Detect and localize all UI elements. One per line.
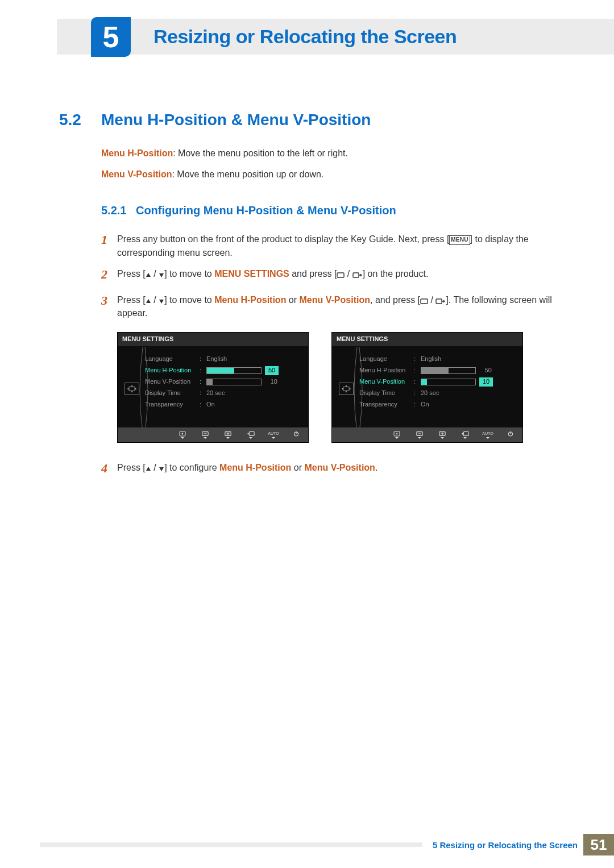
osd-row-language: Language:English bbox=[359, 354, 517, 364]
txt: Press [ bbox=[117, 463, 146, 472]
txt: and press [ bbox=[289, 269, 337, 279]
txt: or bbox=[286, 295, 299, 305]
label: Menu H-Position bbox=[359, 366, 414, 375]
desc-h-text: : Move the menu position to the left or … bbox=[173, 148, 348, 158]
value: English bbox=[421, 355, 517, 364]
step-2: 2 Press [ / ] to move to MENU SETTINGS a… bbox=[101, 267, 556, 285]
auto-label: AUTO bbox=[483, 431, 493, 439]
chapter-number-tab: 5 bbox=[91, 17, 131, 57]
osd-footer: AUTO bbox=[118, 427, 308, 442]
label: Language bbox=[145, 355, 200, 364]
txt: ] to move to bbox=[164, 269, 214, 279]
osd-row-h-position: Menu H-Position:50 bbox=[145, 366, 302, 376]
osd-row-v-position: Menu V-Position:10 bbox=[359, 377, 517, 387]
txt: or bbox=[291, 463, 304, 472]
h-pos-ref: Menu H-Position bbox=[219, 463, 291, 472]
left-icon bbox=[177, 431, 188, 439]
return-icon bbox=[246, 431, 256, 439]
value: On bbox=[421, 400, 517, 409]
box-arrow-icon bbox=[435, 298, 446, 304]
svg-marker-25 bbox=[181, 433, 183, 435]
power-icon bbox=[505, 431, 516, 439]
step-number: 2 bbox=[101, 265, 117, 284]
desc-v-position: Menu V-Position: Move the menu position … bbox=[101, 168, 556, 181]
step-body: Press [ / ] to move to Menu H-Position o… bbox=[117, 293, 556, 453]
down-icon bbox=[159, 272, 164, 278]
label: Display Time bbox=[145, 389, 200, 398]
value: 10 bbox=[479, 377, 493, 387]
value: 20 sec bbox=[206, 389, 302, 398]
minus-icon bbox=[414, 431, 425, 439]
subsection-heading: 5.2.1 Configuring Menu H-Position & Menu… bbox=[101, 202, 556, 219]
label: Transparency bbox=[145, 400, 200, 409]
osd-title: MENU SETTINGS bbox=[332, 333, 522, 346]
osd-row-display-time: Display Time:20 sec bbox=[359, 388, 517, 398]
up-icon bbox=[146, 298, 151, 304]
value: 50 bbox=[479, 366, 492, 375]
value: English bbox=[206, 355, 302, 364]
step-3: 3 Press [ / ] to move to Menu H-Position… bbox=[101, 293, 556, 453]
desc-h-position: Menu H-Position: Move the menu position … bbox=[101, 147, 556, 160]
label: Transparency bbox=[359, 400, 414, 409]
page-number: 51 bbox=[583, 834, 614, 855]
txt: ] to configure bbox=[164, 463, 219, 472]
slider bbox=[206, 367, 262, 374]
value: On bbox=[206, 400, 302, 409]
page-footer: 5 Resizing or Relocating the Screen 51 bbox=[40, 834, 614, 855]
txt: , and press [ bbox=[370, 295, 420, 305]
txt: Press [ bbox=[117, 295, 146, 305]
footer-chapter-ref: 5 Resizing or Relocating the Screen bbox=[422, 840, 583, 850]
osd-row-language: Language:English bbox=[145, 354, 302, 364]
slider bbox=[421, 379, 476, 385]
osd-row-h-position: Menu H-Position:50 bbox=[359, 366, 517, 376]
box-icon bbox=[420, 298, 428, 304]
desc-v-label: Menu V-Position bbox=[101, 169, 172, 179]
step-number: 1 bbox=[101, 231, 117, 257]
power-icon bbox=[291, 431, 301, 439]
step-body: Press any button on the front of the pro… bbox=[117, 232, 556, 259]
txt: ] on the product. bbox=[363, 269, 429, 279]
label: Language bbox=[359, 355, 414, 364]
return-icon bbox=[460, 431, 470, 439]
osd-panel-h: MENU SETTINGS Language:English Menu H-Po… bbox=[117, 332, 309, 443]
v-pos-ref: Menu V-Position bbox=[304, 463, 375, 472]
osd-row-transparency: Transparency:On bbox=[359, 400, 517, 410]
value: 20 sec bbox=[421, 389, 517, 398]
svg-marker-32 bbox=[396, 433, 397, 435]
osd-row-v-position: Menu V-Position:10 bbox=[145, 377, 302, 387]
box-icon bbox=[337, 272, 345, 278]
osd-panel-v: MENU SETTINGS Language:English Menu H-Po… bbox=[331, 332, 523, 443]
slider bbox=[421, 367, 476, 374]
step-1: 1 Press any button on the front of the p… bbox=[101, 232, 556, 259]
desc-v-text: : Move the menu position up or down. bbox=[172, 169, 323, 179]
subsection-number: 5.2.1 bbox=[101, 204, 126, 217]
osd-row-display-time: Display Time:20 sec bbox=[145, 388, 302, 398]
value: 50 bbox=[265, 366, 279, 375]
auto-label: AUTO bbox=[268, 431, 279, 439]
label: Menu V-Position bbox=[145, 377, 200, 387]
up-down-icon bbox=[146, 272, 151, 278]
osd-screenshots: MENU SETTINGS Language:English Menu H-Po… bbox=[117, 332, 556, 443]
txt: ] to move to bbox=[164, 295, 214, 305]
step-body: Press [ / ] to configure Menu H-Position… bbox=[117, 461, 556, 479]
slider bbox=[206, 379, 262, 385]
value: 10 bbox=[265, 377, 277, 387]
chapter-title: Resizing or Relocating the Screen bbox=[154, 26, 457, 48]
up-icon bbox=[146, 466, 151, 472]
desc-h-label: Menu H-Position bbox=[101, 148, 173, 158]
step-number: 3 bbox=[101, 292, 117, 451]
label: Menu H-Position bbox=[145, 366, 200, 375]
txt: Press [ bbox=[117, 269, 146, 279]
osd-row-transparency: Transparency:On bbox=[145, 400, 302, 410]
label: Display Time bbox=[359, 389, 414, 398]
section-number: 5.2 bbox=[59, 111, 81, 129]
step-list: 1 Press any button on the front of the p… bbox=[101, 232, 556, 479]
plus-icon bbox=[223, 431, 233, 439]
down-icon bbox=[159, 298, 164, 304]
txt: . bbox=[375, 463, 377, 472]
footer-rule bbox=[40, 842, 422, 847]
page-content: Menu H-Position: Move the menu position … bbox=[101, 147, 556, 487]
minus-icon bbox=[200, 431, 210, 439]
step-body: Press [ / ] to move to MENU SETTINGS and… bbox=[117, 267, 556, 285]
h-pos-ref: Menu H-Position bbox=[214, 295, 286, 305]
